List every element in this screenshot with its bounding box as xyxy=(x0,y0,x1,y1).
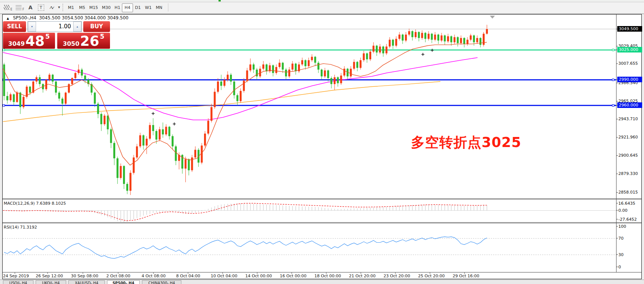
chart-tab-ukoilh4[interactable]: UKOil-,H4 xyxy=(36,280,66,284)
line-handle[interactable] xyxy=(3,49,5,51)
volume-increase-button[interactable]: ▴ xyxy=(73,22,81,32)
line-handle[interactable] xyxy=(3,105,5,106)
bid-price-display[interactable]: 3049485 xyxy=(3,33,55,49)
chart-tab-china300h4[interactable]: CHINA300-,H4 xyxy=(142,280,181,284)
line-handle[interactable] xyxy=(612,49,614,51)
ask-price-big: 26 xyxy=(80,35,100,48)
chart-text-annotation[interactable]: 多空转折点3025 xyxy=(411,133,521,152)
sell-button[interactable]: SELL xyxy=(3,21,26,32)
price-axis-label: 2879.330 xyxy=(618,171,642,176)
chart-ohlc-values: 3045.500 3054.500 3044.000 3049.500 xyxy=(39,15,128,20)
chart-tab-strip: USOil-,H4UKOil-,H4XAUUSD-,H4SP500-,H4CHI… xyxy=(0,280,644,284)
time-axis-label: 16 Oct 00:00 xyxy=(280,274,307,278)
bid-price-small: 3049 xyxy=(8,40,25,48)
time-axis-label: 8 Oct 04:00 xyxy=(176,274,200,278)
chart-tab-xauusdh4[interactable]: XAUUSD-,H4 xyxy=(68,280,105,284)
time-axis-label: 23 Oct 20:00 xyxy=(384,274,410,278)
price-level-badge: 3049.500 xyxy=(617,26,642,32)
price-axis-label: 2858.015 xyxy=(618,190,642,195)
line-handle[interactable] xyxy=(612,105,614,106)
time-axis-label: 10 Oct 04:00 xyxy=(211,274,237,278)
ask-price-sup: 5 xyxy=(100,29,104,44)
volume-stepper: ▾ 1.00 ▴ xyxy=(27,21,82,32)
rsi-axis-label: 30 xyxy=(618,252,642,258)
time-axis-label: 29 Oct 16:00 xyxy=(453,274,479,278)
chart-tab-usoilh4[interactable]: USOil-,H4 xyxy=(3,280,33,284)
ask-price-small: 3050 xyxy=(63,40,80,48)
volume-decrease-button[interactable]: ▾ xyxy=(28,22,36,32)
time-axis-label: 26 Sep 12:00 xyxy=(36,274,63,278)
collapse-triangle-icon[interactable]: ▲ xyxy=(7,17,9,20)
line-handle[interactable] xyxy=(612,79,614,81)
one-click-trade-panel: SELL ▾ 1.00 ▴ BUY 3049485 3050265 xyxy=(3,21,110,49)
macd-axis-label: 0.00 xyxy=(618,208,642,213)
chart-symbol: SP500-,H4 xyxy=(13,15,36,20)
price-level-badge: 2990.000 xyxy=(617,77,642,82)
chart-tab-sp500h4[interactable]: SP500-,H4 xyxy=(107,280,140,284)
price-axis-label: 2921.960 xyxy=(618,135,642,140)
time-axis-label: 4 Oct 08:00 xyxy=(142,274,166,278)
price-level-badge: 2960.000 xyxy=(617,102,642,108)
rsi-axis-label: 0 xyxy=(618,265,642,270)
macd-indicator-label: MACD(12,26,9) 7.6389 8.1025 xyxy=(4,201,66,206)
price-axis-label: 2943.710 xyxy=(618,117,642,122)
volume-input[interactable]: 1.00 xyxy=(36,22,73,32)
rsi-axis-label: 70 xyxy=(618,236,642,241)
ask-price-display[interactable]: 3050265 xyxy=(57,33,110,49)
time-axis-label: 14 Oct 00:00 xyxy=(245,274,272,278)
time-axis-label: 2 Oct 08:00 xyxy=(106,274,130,278)
rsi-axis-label: 100 xyxy=(618,224,642,229)
chart-title: ▲ SP500-,H4 3045.500 3054.500 3044.000 3… xyxy=(7,15,129,20)
bid-price-big: 48 xyxy=(26,35,45,48)
macd-axis-label: 16.6435 xyxy=(618,201,642,206)
time-axis-label: 21 Oct 20:00 xyxy=(349,274,376,278)
time-axis-label: 25 Oct 20:00 xyxy=(418,274,445,278)
price-level-badge: 3025.000 xyxy=(617,47,642,52)
time-axis-label: 30 Sep 08:00 xyxy=(71,274,98,278)
macd-axis-label: -27.6452 xyxy=(618,217,642,222)
mt4-trading-app: EFAT↗↙▼M1M5M15M30H1H4D1W1MN ▲ SP500-,H4 … xyxy=(0,0,644,284)
time-axis-label: 24 Sep 2019 xyxy=(3,274,29,278)
time-axis-label: 18 Oct 00:00 xyxy=(314,274,341,278)
rsi-indicator-label: RSI(14) 71.3192 xyxy=(4,225,37,230)
price-axis-label: 3007.655 xyxy=(618,61,642,66)
price-axis-label: 2900.645 xyxy=(618,153,642,158)
bid-price-sup: 5 xyxy=(45,29,50,44)
buy-button[interactable]: BUY xyxy=(83,21,110,32)
